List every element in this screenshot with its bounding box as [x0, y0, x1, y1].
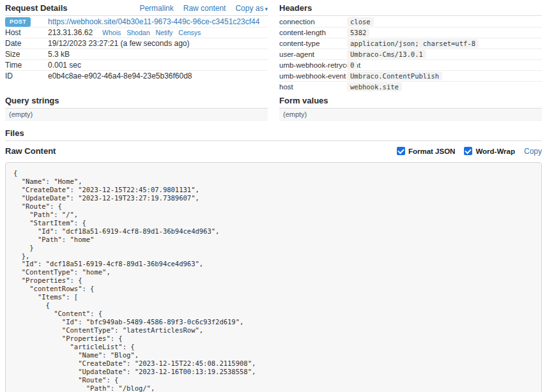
host-value: 213.31.36.62: [48, 28, 93, 37]
form-values-title: Form values: [279, 96, 328, 105]
request-details-panel: Request Details Permalink Raw content Co…: [5, 3, 268, 92]
raw-content-header: Raw Content Format JSON Word-Wrap Copy: [5, 146, 542, 156]
header-name: user-agent: [279, 50, 347, 58]
header-row: connection close: [279, 16, 542, 27]
shodan-link[interactable]: Shodan: [127, 29, 150, 36]
size-row: Size 5.3 kB: [5, 49, 268, 59]
header-name: content-type: [279, 40, 347, 47]
query-strings-panel: Query strings (empty): [5, 96, 268, 121]
netify-link[interactable]: Netify: [155, 29, 173, 36]
header-value: application/json; charset=utf-8: [347, 39, 479, 48]
date-row: Date 19/12/2023 23:27:21 (a few seconds …: [5, 38, 268, 49]
date-value: 19/12/2023 23:27:21 (a few seconds ago): [48, 39, 190, 48]
files-panel: Files: [5, 127, 542, 141]
size-value: 5.3 kB: [48, 50, 70, 59]
request-url-row: POST https://webhook.site/04b30e11-9673-…: [5, 16, 268, 27]
copy-as-label: Copy as: [235, 4, 263, 13]
header-name: content-length: [279, 29, 347, 36]
copy-as-dropdown[interactable]: Copy as▾: [235, 4, 268, 13]
header-row: content-length 5382: [279, 27, 542, 38]
raw-content-title: Raw Content: [5, 146, 56, 156]
header-name: connection: [279, 18, 347, 26]
header-row: umb-webhook-event Umbraco.ContentPublish: [279, 70, 542, 81]
format-json-label: Format JSON: [408, 147, 456, 155]
word-wrap-checkbox[interactable]: [464, 147, 472, 155]
copy-raw-content-link[interactable]: Copy: [524, 147, 542, 156]
header-value: Umbraco-Cms/13.0.1: [347, 50, 426, 59]
word-wrap-label: Word-Wrap: [475, 147, 515, 155]
headers-panel: Headers connection close content-length …: [279, 3, 542, 92]
id-row: ID e0b4c8ae-e902-46a4-8e94-23e5b36f60d8: [5, 70, 268, 81]
query-strings-title: Query strings: [5, 96, 59, 105]
request-details-title: Request Details: [5, 3, 68, 13]
files-title: Files: [5, 128, 24, 138]
id-label: ID: [5, 72, 48, 80]
raw-content-body[interactable]: { "Name": "Home", "CreateDate": "2023-12…: [5, 162, 542, 392]
header-value: close: [347, 17, 374, 26]
header-row: user-agent Umbraco-Cms/13.0.1: [279, 49, 542, 59]
host-label: Host: [5, 28, 48, 37]
method-badge: POST: [5, 17, 31, 27]
time-row: Time 0.001 sec: [5, 59, 268, 70]
time-label: Time: [5, 61, 48, 70]
headers-title: Headers: [279, 3, 312, 13]
form-values-empty: (empty): [279, 109, 542, 121]
header-value: webhook.site: [347, 82, 402, 91]
size-label: Size: [5, 50, 48, 59]
header-value: 0: [347, 61, 357, 70]
header-name: host: [279, 83, 347, 91]
json-payload-text: { "Name": "Home", "CreateDate": "2023-12…: [13, 169, 534, 392]
header-row: host webhook.site: [279, 81, 542, 92]
word-wrap-toggle[interactable]: Word-Wrap: [464, 147, 515, 155]
raw-content-link[interactable]: Raw content: [183, 4, 226, 13]
format-json-toggle[interactable]: Format JSON: [397, 147, 456, 155]
header-row: umb-webhook-retrycount 0: [279, 59, 542, 70]
date-label: Date: [5, 39, 48, 48]
header-name: umb-webhook-event: [279, 72, 347, 80]
header-value: 5382: [347, 28, 369, 37]
format-json-checkbox[interactable]: [397, 147, 405, 155]
host-row: Host 213.31.36.62 Whois Shodan Netify Ce…: [5, 27, 268, 38]
time-value: 0.001 sec: [48, 61, 81, 70]
form-values-panel: Form values (empty): [279, 96, 542, 121]
webhook-request-page: Request Details Permalink Raw content Co…: [0, 0, 547, 392]
header-value: Umbraco.ContentPublish: [347, 72, 442, 80]
whois-link[interactable]: Whois: [102, 29, 121, 36]
caret-down-icon: ▾: [265, 6, 268, 12]
request-url-link[interactable]: https://webhook.site/04b30e11-9673-449c-…: [48, 17, 259, 26]
query-strings-empty: (empty): [5, 109, 268, 121]
header-row: content-type application/json; charset=u…: [279, 38, 542, 49]
header-name: umb-webhook-retrycount: [279, 61, 347, 69]
censys-link[interactable]: Censys: [178, 29, 201, 36]
permalink-link[interactable]: Permalink: [139, 4, 173, 13]
id-value: e0b4c8ae-e902-46a4-8e94-23e5b36f60d8: [48, 72, 192, 80]
